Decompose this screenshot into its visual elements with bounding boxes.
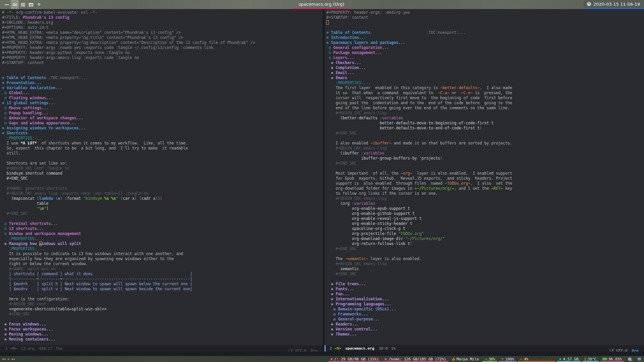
editor-line[interactable]: ⊛ Table of Contents :TOC:noexport:... xyxy=(2,75,323,80)
editor-line[interactable]: #+END_SRC xyxy=(2,211,323,216)
editor-line[interactable] xyxy=(326,251,644,256)
battery-module[interactable]: 96.01% xyxy=(599,356,625,362)
editor-line[interactable]: end of the line before going over the en… xyxy=(326,106,644,111)
editor-line[interactable]: #+PROPERTY: header-args:emacs-lisp :expo… xyxy=(2,55,323,60)
editor-line[interactable]: ✱ Emacs xyxy=(326,75,644,80)
editor-line[interactable]: #+END_SRC xyxy=(326,161,644,166)
editor-line[interactable]: spaceline-org-clock-p t xyxy=(326,226,644,231)
editor-line[interactable]: o Layers... xyxy=(326,55,644,60)
editor-line[interactable]: #+PROPERTY: header-args:python :exports … xyxy=(2,50,323,55)
editor-line[interactable]: #+HTML_HEAD_EXTRA: <meta name="descripti… xyxy=(2,30,323,35)
editor-line[interactable]: org-enable-github-support t xyxy=(326,211,644,216)
editor-line[interactable]: (ibuffer :variables xyxy=(326,151,644,156)
editor-line[interactable]: #+OPTIONS: auto-id:t xyxy=(2,25,323,30)
editor-line[interactable]: o Window and workspace management xyxy=(2,231,323,236)
editor-line[interactable]: #+END_SRC xyxy=(326,131,644,136)
editor-line[interactable]: ✱ Internationalization... xyxy=(326,297,644,302)
editor-line[interactable]: #+PROPERTY: header-args: :mkdirp yes xyxy=(326,10,644,15)
clock-widget[interactable]: 2020-03-15 11-56-19 xyxy=(583,0,644,9)
editor-line[interactable] xyxy=(2,70,323,75)
editor-line[interactable]: ✱ Fun... xyxy=(326,292,644,297)
editor-line[interactable]: Shortcuts are set like so: xyxy=(2,161,323,166)
editor-line[interactable]: #+HTML_HEAD_EXTRA: <meta property="og:de… xyxy=(2,40,323,45)
editor-line[interactable]: bindsym shortcut command xyxy=(2,171,323,176)
editor-line[interactable]: ✱ Version control... xyxy=(326,327,644,332)
editor-line[interactable]: (org :variables xyxy=(326,201,644,206)
disk-home-module[interactable]: ◉/home: 126 GB/185 GB (72%) xyxy=(382,356,449,362)
editor-line[interactable]: ✿ General-purpose... xyxy=(326,317,644,322)
editor-line[interactable]: ⊛ Introduction... xyxy=(326,35,644,40)
emacs-window-i3-org[interactable]: # -*- org-confirm-babel-evaluate: nil -*… xyxy=(0,9,323,352)
workspace-add[interactable]: + xyxy=(35,0,43,9)
editor-line[interactable]: support is also enabled through files na… xyxy=(326,181,644,186)
editor-line[interactable]: o Global... xyxy=(2,90,323,96)
editor-line[interactable]: org-enable-reveal-js-support t xyxy=(326,216,644,221)
editor-line[interactable]: #+INCLUDE: headers.org xyxy=(2,20,323,25)
editor-line[interactable]: especially how they are organized by spa… xyxy=(2,256,323,261)
discord-tray-module[interactable] xyxy=(625,356,635,362)
editor-line[interactable]: (better-defaults :variables xyxy=(326,116,644,121)
previous-icon[interactable]: ◂◂ xyxy=(2,357,6,361)
editor-line[interactable]: :PROPERTIES:... xyxy=(2,246,323,251)
editor-line[interactable]: table xyxy=(2,201,323,206)
editor-line[interactable]: #+PROPERTY: header-args :noweb yes :expo… xyxy=(2,45,323,50)
modeline-left[interactable]: 1 <N> i3.org 438:17 Top LF UTF-8 Org xyxy=(0,345,323,352)
editor-line[interactable] xyxy=(326,277,644,282)
editor-line[interactable]: ⊛ Variables declaration... xyxy=(2,85,323,90)
editor-line[interactable]: It is possible to indicate to i3 how win… xyxy=(2,251,323,256)
editor-line[interactable]: #+STARTUP: content xyxy=(326,15,644,20)
editor-line[interactable]: ✱ Completion... xyxy=(326,65,644,70)
editor-line[interactable]: #+BEGIN_SRC conf :tangle no xyxy=(2,166,323,171)
editor-line[interactable]: org-download folder for images in =~/Pic… xyxy=(326,186,644,191)
editor-line[interactable]: :PROPERTIES:... xyxy=(326,80,644,85)
next-icon[interactable]: ▸▸ xyxy=(11,357,15,361)
editor-line[interactable]: ✱ Fonts... xyxy=(326,287,644,292)
editor-line[interactable]: ✿ Domain-specific (DSLs)... xyxy=(326,307,644,312)
editor-line[interactable] xyxy=(326,136,644,141)
editor-line[interactable]: org-return-follows-link t) xyxy=(326,241,644,246)
editor-line[interactable]: I use *A LOT* of shortcuts when it comes… xyxy=(2,141,323,146)
workspace-3[interactable] xyxy=(19,0,27,9)
editor-line[interactable]: (mapconcat (lambda (x) (format "bindsym … xyxy=(2,196,323,201)
editor-line[interactable]: I also enabled ~ibuffer~ and made it so … xyxy=(326,141,644,146)
editor-line[interactable] xyxy=(2,181,323,186)
brightness-module[interactable]: ☀100% xyxy=(498,356,517,362)
editor-line[interactable]: | shortcuts | command | what it does | xyxy=(2,272,323,277)
workspace-2[interactable] xyxy=(11,0,19,9)
editor-line[interactable]: ✱ Moving containers... xyxy=(2,337,323,342)
editor-line[interactable]: #+END_SRC xyxy=(2,176,323,181)
editor-line[interactable]: ✿ Frameworks... xyxy=(326,312,644,317)
temperature-module[interactable]: 39°C xyxy=(582,356,600,362)
editor-line[interactable]: org-enable-epub-support t xyxy=(326,206,644,211)
editor-line[interactable] xyxy=(2,156,323,161)
editor-line[interactable]: The first layer enabled in this category… xyxy=(326,85,644,90)
editor-line[interactable]: to follow org links if the cursor is on … xyxy=(326,191,644,196)
editor-line[interactable] xyxy=(2,65,323,70)
editor-line[interactable] xyxy=(326,20,644,25)
editor-line[interactable]: #+END_SRC xyxy=(326,246,644,251)
memory-module[interactable]: ◉4.57 GB xyxy=(556,356,581,362)
editor-line[interactable]: ✱ Focus windows... xyxy=(2,322,323,327)
editor-line[interactable]: better-defaults-move-to-end-of-code-firs… xyxy=(326,126,644,131)
editor-line[interactable]: #+BEGIN_SRC emacs-lisp xyxy=(326,146,644,151)
play-icon[interactable]: ▸ xyxy=(8,357,9,361)
editor-line[interactable]: o Mouse settings... xyxy=(2,106,323,111)
editor-line[interactable]: Here is the configuration: xyxy=(2,297,323,302)
editor-line[interactable]: semantic xyxy=(326,266,644,272)
cpu-module[interactable]: ▭4%........ xyxy=(517,356,556,362)
editor-line[interactable]: o Terminal shortcuts... xyxy=(2,221,323,226)
editor-line[interactable]: #+END_SRC xyxy=(326,272,644,277)
editor-line[interactable]: o Popup handling... xyxy=(2,111,323,116)
editor-line[interactable]: "\n") xyxy=(2,206,323,211)
editor-line[interactable]: going past the indentation and to the en… xyxy=(326,101,644,106)
editor-line[interactable]: o Gaps and window appearance... xyxy=(2,121,323,126)
buffer-i3-org[interactable]: # -*- org-confirm-babel-evaluate: nil -*… xyxy=(0,9,323,345)
editor-line[interactable]: #+END_SRC xyxy=(2,312,323,317)
editor-line[interactable] xyxy=(2,216,323,221)
editor-line[interactable] xyxy=(2,292,323,297)
editor-line[interactable]: #+BEGIN_SRC conf xyxy=(2,302,323,307)
editor-line[interactable]: o Behavior of workspace changes... xyxy=(2,116,323,121)
editor-line[interactable]: # -*- org-confirm-babel-evaluate: nil -*… xyxy=(2,10,323,15)
editor-line[interactable]: ibuffer-group-buffers-by 'projects) xyxy=(326,156,644,161)
editor-line[interactable]: org-enable-sticky-header t xyxy=(326,221,644,226)
